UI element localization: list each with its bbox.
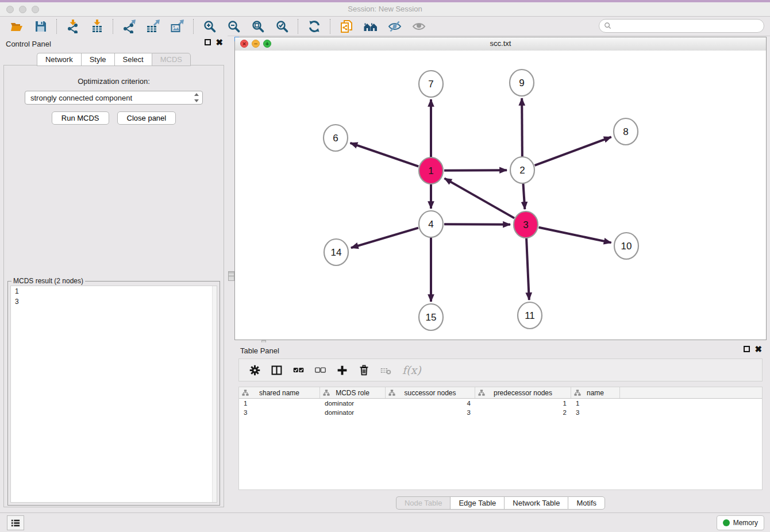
mcds-result-item[interactable]: 1 [11, 286, 217, 296]
control-panel-header: Control Panel ✖ [0, 36, 228, 52]
close-panel-icon[interactable]: ✖ [215, 39, 223, 45]
split-panel-icon[interactable] [269, 363, 284, 377]
attribute-icon [574, 390, 581, 396]
edge-1-6[interactable] [351, 143, 419, 167]
application-window: { "title_bar": { "title": "Session: New … [0, 0, 770, 532]
network-window-title-bar: × − + scc.txt [235, 37, 766, 51]
tab-select[interactable]: Select [114, 53, 152, 66]
task-list-icon [10, 518, 21, 527]
table-panel-tabs: Node TableEdge TableNetwork TableMotifs [234, 496, 767, 510]
refresh-icon[interactable] [306, 18, 322, 34]
zoom-out-icon[interactable] [226, 18, 242, 34]
import-network-icon[interactable] [65, 18, 81, 34]
status-bar: Memory [0, 512, 770, 532]
edge-4-3[interactable] [444, 224, 510, 225]
table-cell[interactable]: 2 [475, 409, 571, 416]
panel-divider[interactable] [228, 36, 234, 513]
unselect-all-columns-icon[interactable] [313, 363, 328, 377]
delete-table-icon [378, 363, 393, 377]
edge-1-2[interactable] [444, 170, 507, 171]
mcds-result-list[interactable]: 13 [10, 286, 217, 503]
edge-2-9[interactable] [522, 98, 522, 157]
table-cell[interactable]: 3 [239, 409, 320, 416]
select-all-columns-icon[interactable] [291, 363, 306, 377]
settings-gear-icon[interactable] [247, 363, 262, 377]
table-row[interactable]: 3dominator323 [239, 408, 762, 417]
scrollbar[interactable] [212, 286, 217, 502]
network-canvas[interactable]: 7968124314101511 [235, 51, 766, 340]
table-panel-title: Table Panel [240, 346, 279, 355]
table-cell[interactable]: 3 [571, 409, 620, 416]
add-row-icon[interactable] [334, 363, 349, 377]
function-builder-icon: f(x) [400, 363, 421, 377]
table-cell[interactable]: dominator [320, 409, 386, 416]
edge-2-8[interactable] [535, 137, 611, 165]
tab-network-table[interactable]: Network Table [504, 496, 568, 510]
node-label: 1 [428, 165, 433, 176]
tab-network[interactable]: Network [37, 53, 81, 66]
mcds-result-item[interactable]: 3 [11, 296, 217, 307]
export-table-icon[interactable] [145, 18, 161, 34]
memory-button[interactable]: Memory [717, 515, 764, 530]
column-header-shared-name[interactable]: shared name [239, 387, 320, 398]
panel-resize-grip[interactable] [228, 271, 234, 281]
zoom-selected-icon[interactable] [274, 18, 290, 34]
show-graphics-details-icon[interactable] [411, 18, 427, 34]
table-cell[interactable]: 4 [386, 400, 475, 407]
session-title: Session: New Session [0, 5, 770, 13]
attribute-icon [478, 390, 485, 396]
export-network-icon[interactable] [121, 18, 137, 34]
table-row[interactable]: 1dominator411 [239, 399, 762, 408]
task-history-button[interactable] [7, 515, 24, 530]
edge-4-14[interactable] [351, 228, 418, 248]
search-input[interactable] [615, 21, 759, 30]
clone-network-icon[interactable] [338, 18, 355, 34]
close-panel-button[interactable]: Close panel [117, 111, 176, 125]
tab-mcds[interactable]: MCDS [152, 53, 191, 66]
table-cell[interactable]: 1 [239, 400, 320, 407]
column-header-MCDS-role[interactable]: MCDS role [320, 387, 386, 398]
network-view-window: × − + scc.txt 7968124314101511 [234, 37, 767, 340]
table-cell[interactable]: 3 [386, 409, 475, 416]
search-box[interactable] [599, 19, 764, 33]
table-cell[interactable]: 1 [571, 400, 620, 407]
column-header-name[interactable]: name [571, 387, 620, 398]
table-header-row: shared nameMCDS rolesuccessor nodesprede… [239, 387, 762, 399]
import-table-icon[interactable] [89, 18, 105, 34]
column-header-predecessor-nodes[interactable]: predecessor nodes [475, 387, 571, 398]
table-cell[interactable]: 1 [475, 400, 571, 407]
run-mcds-button[interactable]: Run MCDS [52, 111, 109, 125]
delete-row-icon[interactable] [356, 363, 371, 377]
node-table[interactable]: shared nameMCDS rolesuccessor nodesprede… [238, 387, 763, 490]
node-label: 9 [519, 78, 524, 88]
table-cell[interactable]: dominator [320, 400, 386, 407]
edge-3-1[interactable] [444, 178, 514, 218]
edge-2-3[interactable] [523, 183, 525, 209]
criterion-select[interactable]: strongly connected component [25, 91, 203, 105]
tab-motifs[interactable]: Motifs [568, 496, 605, 510]
node-label: 8 [623, 126, 628, 137]
edge-3-10[interactable] [539, 228, 611, 243]
tab-edge-table[interactable]: Edge Table [450, 496, 504, 510]
save-session-icon[interactable] [33, 18, 49, 34]
tab-style[interactable]: Style [81, 53, 114, 66]
mcds-panel: Optimization criterion: strongly connect… [3, 65, 224, 507]
export-image-icon[interactable] [170, 18, 186, 34]
column-header-successor-nodes[interactable]: successor nodes [386, 387, 475, 398]
toolbar-separator [330, 19, 331, 34]
zoom-fit-icon[interactable] [250, 18, 266, 34]
float-panel-icon[interactable] [205, 39, 211, 45]
open-file-icon[interactable] [9, 18, 25, 34]
criterion-value: strongly connected component [30, 94, 132, 102]
table-body: 1dominator4113dominator323 [239, 399, 762, 417]
edge-3-11[interactable] [526, 238, 529, 300]
float-panel-icon[interactable] [744, 346, 750, 352]
mcds-result-title: MCDS result (2 nodes) [11, 277, 85, 285]
hide-graphics-details-icon[interactable] [387, 18, 403, 34]
close-panel-icon[interactable]: ✖ [754, 346, 762, 352]
zoom-in-icon[interactable] [202, 18, 218, 34]
attribute-icon [242, 390, 249, 396]
tab-node-table[interactable]: Node Table [396, 496, 451, 510]
attribute-icon [388, 390, 395, 396]
home-icon[interactable] [363, 18, 379, 34]
